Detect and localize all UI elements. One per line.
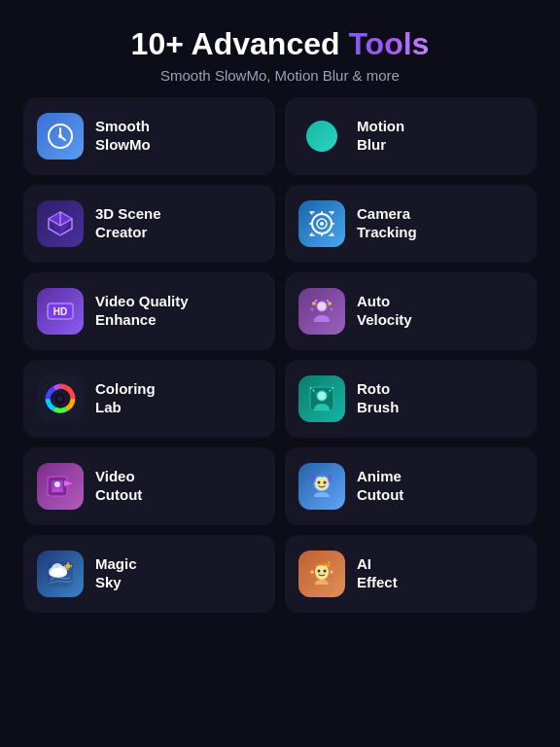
- teal-circle-icon: [306, 121, 337, 152]
- tool-camera-tracking[interactable]: CameraTracking: [285, 185, 537, 263]
- svg-point-20: [317, 302, 327, 311]
- svg-point-3: [58, 134, 62, 138]
- svg-point-40: [324, 481, 327, 484]
- svg-rect-42: [328, 475, 332, 482]
- tools-grid: SmoothSlowMo MotionBlur 3D SceneCreator: [23, 97, 537, 613]
- svg-point-24: [331, 308, 333, 311]
- magic-sky-icon: [37, 551, 84, 597]
- smooth-slowmo-icon: [37, 113, 84, 160]
- roto-brush-icon: [298, 375, 345, 422]
- tool-smooth-slowmo[interactable]: SmoothSlowMo: [23, 97, 275, 175]
- svg-point-47: [50, 568, 67, 578]
- svg-point-29: [57, 396, 63, 402]
- svg-point-21: [312, 302, 316, 305]
- smooth-slowmo-label: SmoothSlowMo: [95, 118, 151, 155]
- anime-cutout-icon: [298, 463, 345, 510]
- ai-effect-icon: [298, 551, 345, 597]
- tool-video-quality[interactable]: HD Video QualityEnhance: [23, 272, 275, 350]
- video-quality-icon: HD: [37, 288, 84, 335]
- video-cutout-label: VideoCutout: [95, 468, 142, 505]
- tool-video-cutout[interactable]: VideoCutout: [23, 447, 275, 525]
- video-cutout-icon: [37, 463, 84, 510]
- svg-point-22: [328, 302, 332, 305]
- svg-rect-41: [312, 475, 316, 482]
- camera-tracking-icon: [298, 200, 345, 247]
- roto-brush-label: RotoBrush: [357, 380, 399, 417]
- header: 10+ Advanced Tools Smooth SlowMo, Motion…: [131, 27, 430, 84]
- magic-sky-label: MagicSky: [95, 555, 137, 592]
- svg-point-56: [310, 570, 314, 574]
- coloring-lab-icon: [37, 375, 84, 422]
- camera-tracking-label: CameraTracking: [357, 205, 417, 242]
- title-highlight: Tools: [348, 26, 429, 61]
- svg-point-13: [320, 222, 324, 226]
- tool-motion-blur[interactable]: MotionBlur: [285, 97, 537, 175]
- tool-auto-velocity[interactable]: AutoVelocity: [285, 272, 537, 350]
- svg-point-34: [54, 481, 60, 487]
- svg-point-57: [330, 570, 333, 574]
- svg-text:HD: HD: [53, 306, 67, 317]
- svg-point-53: [315, 564, 329, 580]
- 3d-scene-creator-icon: [37, 200, 84, 247]
- 3d-scene-creator-label: 3D SceneCreator: [95, 205, 161, 242]
- anime-cutout-label: AnimeCutout: [357, 468, 403, 505]
- svg-point-31: [317, 391, 327, 401]
- svg-point-23: [311, 308, 314, 311]
- svg-point-26: [327, 300, 329, 302]
- svg-point-38: [316, 477, 328, 490]
- svg-point-48: [66, 564, 71, 569]
- svg-point-55: [324, 570, 327, 573]
- video-quality-label: Video QualityEnhance: [95, 293, 189, 330]
- coloring-lab-label: ColoringLab: [95, 380, 156, 417]
- tool-anime-cutout[interactable]: AnimeCutout: [285, 447, 537, 525]
- tool-roto-brush[interactable]: RotoBrush: [285, 360, 537, 438]
- svg-point-54: [318, 570, 321, 573]
- tool-magic-sky[interactable]: MagicSky: [23, 535, 275, 613]
- tool-3d-scene-creator[interactable]: 3D SceneCreator: [23, 185, 275, 263]
- motion-blur-icon: [298, 113, 345, 160]
- tool-coloring-lab[interactable]: ColoringLab: [23, 360, 275, 438]
- svg-point-39: [318, 481, 321, 484]
- auto-velocity-icon: [298, 288, 345, 335]
- svg-point-25: [315, 300, 317, 302]
- auto-velocity-label: AutoVelocity: [357, 293, 412, 330]
- main-title: 10+ Advanced Tools: [131, 27, 430, 61]
- subtitle: Smooth SlowMo, Motion Blur & more: [131, 67, 430, 84]
- tool-ai-effect[interactable]: AIEffect: [285, 535, 537, 613]
- motion-blur-label: MotionBlur: [357, 118, 404, 155]
- ai-effect-label: AIEffect: [357, 555, 398, 592]
